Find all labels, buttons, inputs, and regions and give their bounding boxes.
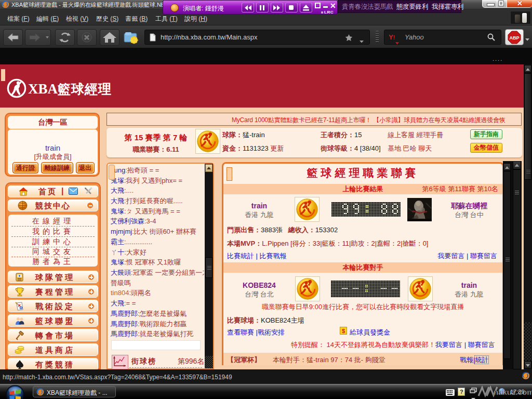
svg-text:nakuz.com: nakuz.com [494, 388, 532, 396]
svg-text:ABP: ABP [509, 35, 519, 41]
